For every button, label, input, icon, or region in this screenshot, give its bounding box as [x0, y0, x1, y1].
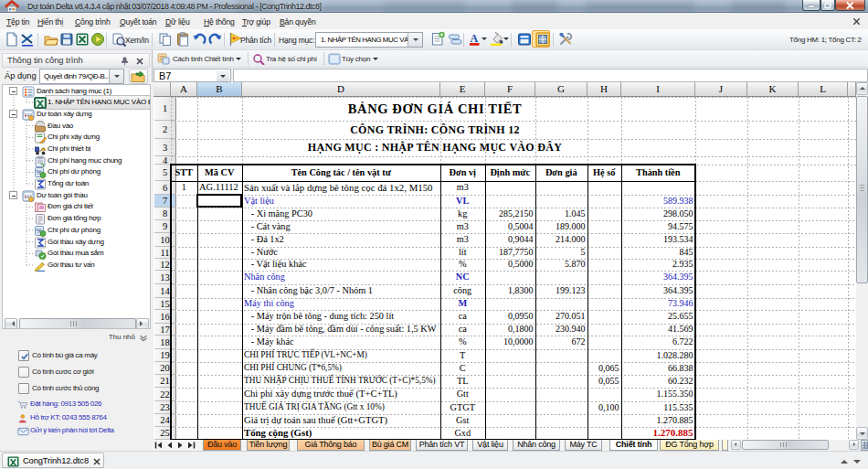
svg-text:A: A: [471, 32, 479, 45]
